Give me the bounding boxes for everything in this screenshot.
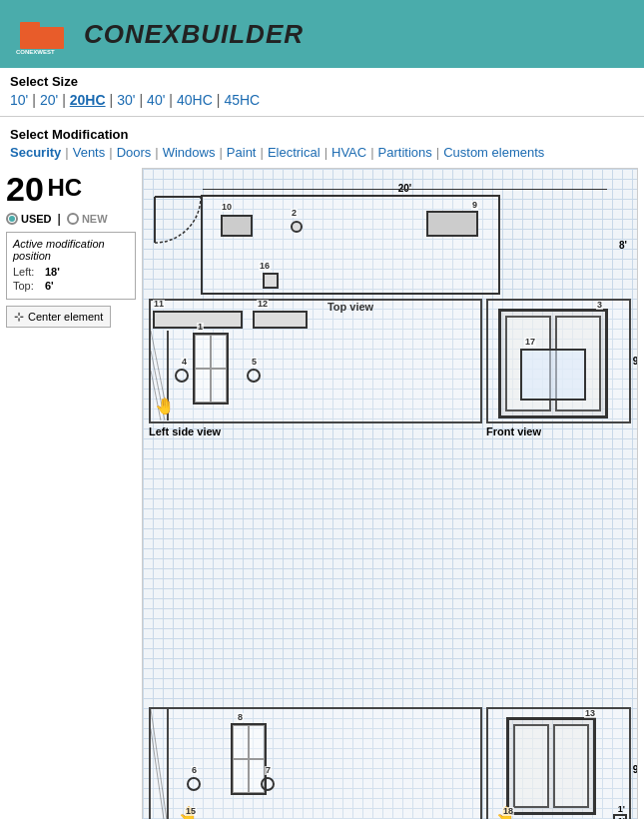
radio-used-dot bbox=[6, 213, 18, 225]
container-size-unit: HC bbox=[47, 176, 82, 200]
elem-num-1: 1 bbox=[197, 323, 204, 332]
left-label: Left: bbox=[13, 266, 41, 278]
top-label: Top: bbox=[13, 280, 41, 292]
left-side-view-rect: 11 12 1 bbox=[149, 299, 482, 423]
elem-num-17: 17 bbox=[524, 338, 536, 347]
condition-used[interactable]: USED bbox=[6, 213, 52, 225]
top-val: 6' bbox=[45, 280, 54, 292]
rear-view-section: 9.5' 13 🤚 18 1' 1' bbox=[486, 707, 631, 819]
left-side-view-section: 11 12 1 bbox=[149, 299, 482, 437]
elem-num-4: 4 bbox=[181, 358, 188, 367]
elem-num-15: 15 bbox=[185, 807, 197, 816]
size-40ft[interactable]: 40' bbox=[147, 92, 165, 108]
svg-text:CONEXWEST: CONEXWEST bbox=[16, 49, 55, 55]
right-side-view-section: 8 6 7 🤚 15 Right side view bbox=[149, 707, 482, 819]
element-9[interactable] bbox=[426, 211, 478, 237]
svg-rect-0 bbox=[20, 27, 64, 49]
radio-new-dot bbox=[67, 213, 79, 225]
size-45hc[interactable]: 45HC bbox=[224, 92, 260, 108]
pos-left-row: Left: 18' bbox=[13, 266, 129, 278]
svg-text:WE BUILD IT BETTER: WE BUILD IT BETTER bbox=[14, 56, 55, 57]
main-area: 20 HC USED | NEW Active modification pos… bbox=[0, 164, 644, 819]
elem-num-16: 16 bbox=[259, 262, 271, 271]
new-label: NEW bbox=[82, 213, 108, 225]
elem-num-9: 9 bbox=[471, 201, 478, 210]
left-panel: 20 HC USED | NEW Active modification pos… bbox=[6, 168, 136, 819]
rear-dim-height: 9.5' bbox=[633, 707, 638, 819]
size-20ft[interactable]: 20' bbox=[40, 92, 58, 108]
element-4[interactable] bbox=[175, 369, 189, 383]
size-section-label: Select Size bbox=[10, 74, 634, 89]
front-view-section: 9.5' 3 17 Front view bbox=[486, 299, 631, 437]
mod-vents[interactable]: Vents bbox=[73, 145, 106, 160]
svg-rect-1 bbox=[20, 22, 40, 30]
size-20hc[interactable]: 20HC bbox=[70, 92, 106, 108]
size-40hc[interactable]: 40HC bbox=[177, 92, 213, 108]
size-30ft[interactable]: 30' bbox=[117, 92, 135, 108]
element-17[interactable] bbox=[520, 349, 586, 401]
mod-security[interactable]: Security bbox=[10, 145, 61, 160]
element-1[interactable] bbox=[193, 333, 229, 405]
top-dim-line bbox=[203, 189, 607, 190]
rear-corner-sq bbox=[613, 814, 627, 819]
elem-num-13: 13 bbox=[584, 709, 596, 718]
blueprint-area: 20' 10 2 9 bbox=[142, 168, 638, 819]
rear-view-rect: 13 🤚 18 1' 1' bbox=[486, 707, 631, 819]
elem-num-8: 8 bbox=[237, 713, 244, 722]
left-side-view-label: Left side view bbox=[149, 425, 482, 437]
app-title: CONEXBUILDER bbox=[84, 19, 304, 50]
element-10[interactable] bbox=[221, 215, 253, 237]
mod-section-label: Select Modification bbox=[10, 127, 634, 142]
top-dim-height: 8' bbox=[619, 195, 627, 295]
top-view-rect: 10 2 9 16 bbox=[201, 195, 500, 295]
svg-line-9 bbox=[151, 709, 169, 819]
logo-box: CONEXWEST WE BUILD IT BETTER bbox=[12, 12, 72, 57]
element-16[interactable] bbox=[263, 273, 279, 289]
mod-partitions[interactable]: Partitions bbox=[378, 145, 432, 160]
container-size-num: 20 bbox=[6, 170, 44, 208]
size-10ft[interactable]: 10' bbox=[10, 92, 28, 108]
elem-num-12: 12 bbox=[257, 300, 269, 309]
element-12[interactable] bbox=[253, 311, 308, 329]
front-view-rect: 3 17 bbox=[486, 299, 631, 423]
header: CONEXWEST WE BUILD IT BETTER CONEXBUILDE… bbox=[0, 0, 644, 68]
element-14-hand[interactable]: 🤚 bbox=[155, 397, 175, 415]
hatch-right-left bbox=[151, 709, 169, 819]
size-options-row: 10' | 20' | 20HC | 30' | 40' | 40HC | 45… bbox=[10, 92, 634, 108]
mod-pos-box: Active modification position Left: 18' T… bbox=[6, 232, 136, 300]
element-6[interactable] bbox=[187, 777, 201, 791]
divider-1 bbox=[0, 116, 644, 117]
element-2[interactable] bbox=[291, 221, 303, 233]
mid-views-row: 11 12 1 bbox=[149, 299, 631, 437]
pos-top-row: Top: 6' bbox=[13, 280, 129, 292]
element-5[interactable] bbox=[247, 369, 261, 383]
elem-num-6: 6 bbox=[191, 766, 198, 775]
mod-windows[interactable]: Windows bbox=[163, 145, 216, 160]
mod-electrical[interactable]: Electrical bbox=[268, 145, 321, 160]
right-side-view-rect: 8 6 7 🤚 15 bbox=[149, 707, 482, 819]
elem-num-5: 5 bbox=[251, 358, 258, 367]
elem-num-2: 2 bbox=[291, 209, 298, 218]
elem-num-18: 18 bbox=[502, 807, 514, 816]
elem-num-10: 10 bbox=[221, 203, 233, 212]
condition-new[interactable]: NEW bbox=[67, 213, 108, 225]
mod-doors[interactable]: Doors bbox=[117, 145, 152, 160]
center-btn-label: Center element bbox=[28, 311, 103, 323]
element-7[interactable] bbox=[261, 777, 275, 791]
mod-section: Select Modification Security | Vents | D… bbox=[0, 121, 644, 164]
elem-num-11: 11 bbox=[153, 300, 165, 309]
rear-dim-1ft-v: 1' bbox=[618, 804, 625, 814]
size-section: Select Size 10' | 20' | 20HC | 30' | 40'… bbox=[0, 68, 644, 112]
mod-pos-title: Active modification position bbox=[13, 238, 129, 262]
elem-num-3: 3 bbox=[596, 301, 603, 310]
element-13[interactable] bbox=[506, 717, 596, 815]
elem-num-7: 7 bbox=[265, 766, 272, 775]
left-val: 18' bbox=[45, 266, 60, 278]
front-dim-height: 9.5' bbox=[633, 299, 638, 423]
mod-custom[interactable]: Custom elements bbox=[443, 145, 544, 160]
center-element-button[interactable]: ⊹ Center element bbox=[6, 306, 111, 328]
mod-hvac[interactable]: HVAC bbox=[331, 145, 366, 160]
front-view-label: Front view bbox=[486, 425, 631, 437]
used-label: USED bbox=[21, 213, 52, 225]
mod-paint[interactable]: Paint bbox=[227, 145, 257, 160]
